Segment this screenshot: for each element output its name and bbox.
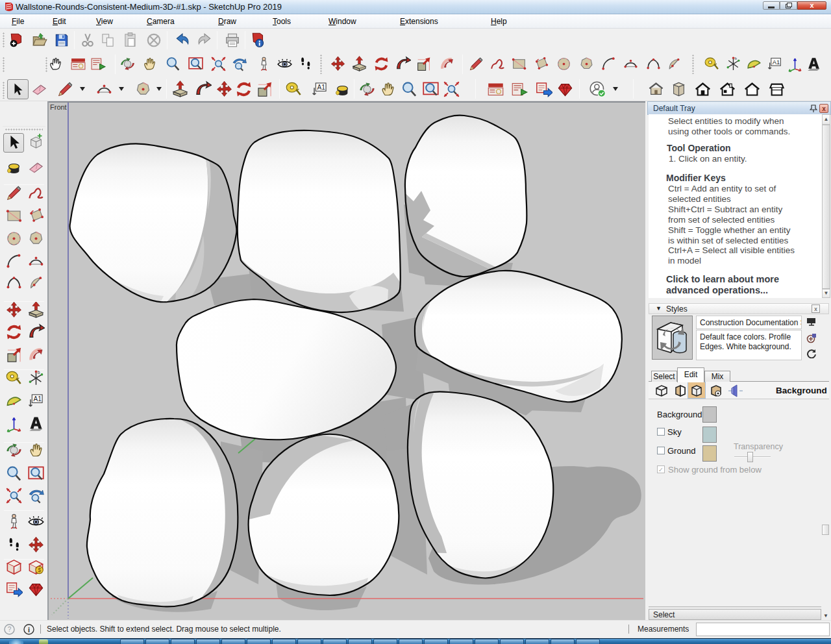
svg-text:?: ? [8, 626, 12, 633]
svg-text:i: i [28, 626, 30, 634]
svg-text:Front: Front [50, 103, 67, 111]
